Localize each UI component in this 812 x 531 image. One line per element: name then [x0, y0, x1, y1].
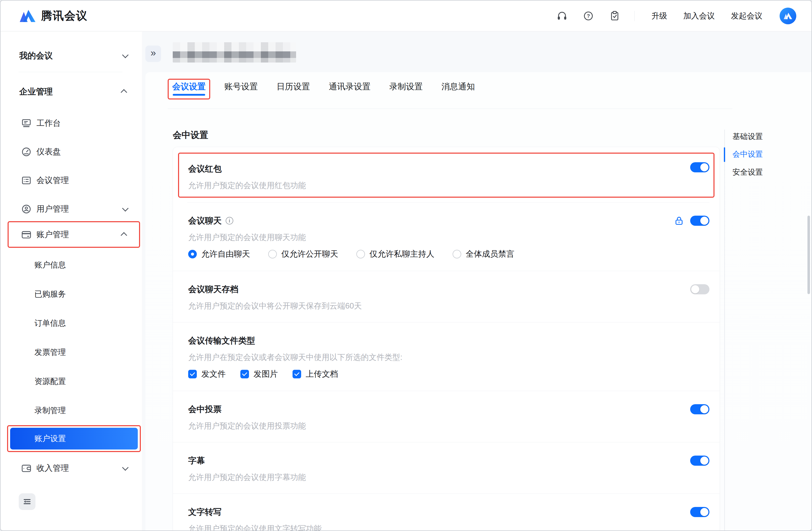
- tab-recording-settings[interactable]: 录制设置: [389, 81, 423, 92]
- sidebar-section-my-meetings[interactable]: 我的会议: [0, 48, 142, 64]
- start-meeting-link[interactable]: 发起会议: [731, 11, 762, 21]
- setting-desc-meeting-chat: 允许用户预定的会议使用聊天功能: [188, 232, 709, 242]
- sidebar-child-resource-config[interactable]: 资源配置: [0, 371, 142, 392]
- user-avatar[interactable]: [780, 8, 796, 24]
- sidebar: 我的会议 企业管理 工作台: [0, 32, 142, 531]
- anchor-security-settings[interactable]: 安全设置: [733, 167, 763, 177]
- anchor-active-indicator: [724, 147, 725, 162]
- sidebar-item-user-management[interactable]: 用户管理: [0, 198, 142, 220]
- settings-card: 会议红包 允许用户预定的会议使用红包功能 会议聊天 i 允许用户预定的会议使用聊…: [173, 147, 720, 531]
- logo-text: 腾讯会议: [41, 8, 88, 23]
- top-header: 腾讯会议 ? 升级 加入会议 发起会议: [0, 0, 812, 31]
- vertical-scrollbar-thumb[interactable]: [808, 216, 810, 294]
- svg-text:?: ?: [587, 13, 590, 19]
- toggle-captions[interactable]: [690, 456, 709, 466]
- setting-desc-chat-archive: 允许用户预定的会议中将公开聊天保存到云端60天: [188, 301, 709, 311]
- setting-row-chat-archive: 会议聊天存档 允许用户预定的会议中将公开聊天保存到云端60天: [173, 271, 720, 322]
- credit-card-icon: [21, 229, 32, 240]
- sidebar-child-purchased-services[interactable]: 已购服务: [0, 284, 142, 304]
- feedback-clipboard-icon[interactable]: [609, 10, 620, 21]
- info-icon[interactable]: i: [226, 217, 233, 224]
- radio-public-chat-only[interactable]: 仅允许公开聊天: [268, 249, 338, 260]
- settings-tabs: 会议设置 账号设置 日历设置 通讯录设置 录制设置 消息通知: [172, 81, 475, 92]
- main-content: » 会议设置 账号设置 日历设置 通讯录设置 录制设置 消息通知 会中设置 会议…: [143, 32, 812, 531]
- tencent-meeting-admin-window: 腾讯会议 ? 升级 加入会议 发起会议: [0, 0, 812, 531]
- setting-title-captions: 字幕: [188, 455, 709, 466]
- sidebar-item-income-management[interactable]: 收入管理: [0, 458, 142, 479]
- sidebar-child-invoice-management[interactable]: 发票管理: [0, 342, 142, 363]
- collapse-sidebar-icon: [22, 497, 32, 507]
- tab-calendar-settings[interactable]: 日历设置: [277, 81, 310, 92]
- checkbox-upload-doc[interactable]: 上传文档: [292, 369, 338, 380]
- radio-unselected-icon: [453, 250, 461, 259]
- radio-unselected-icon: [356, 250, 365, 259]
- upgrade-link[interactable]: 升级: [651, 11, 667, 21]
- users-icon: [21, 204, 32, 215]
- setting-row-file-types: 会议传输文件类型 允许用户在预定会议或者会议聊天中使用以下所选的文件类型: 发文…: [173, 322, 720, 391]
- toggle-meeting-chat[interactable]: [690, 216, 709, 226]
- anchor-inmeeting-settings[interactable]: 会中设置: [733, 149, 763, 159]
- toggle-chat-archive[interactable]: [690, 284, 709, 294]
- org-name-redacted: [173, 42, 296, 62]
- setting-title-chat-archive: 会议聊天存档: [188, 284, 709, 295]
- tab-contacts-settings[interactable]: 通讯录设置: [329, 81, 371, 92]
- sidebar-divider: [19, 72, 122, 72]
- setting-title-transcription: 文字转写: [188, 506, 709, 518]
- chevron-down-icon: [122, 205, 128, 211]
- section-title: 会中设置: [173, 129, 208, 141]
- sidebar-section-enterprise[interactable]: 企业管理: [0, 84, 142, 100]
- chevron-down-icon: [122, 51, 128, 58]
- join-meeting-link[interactable]: 加入会议: [683, 11, 715, 21]
- setting-desc-captions: 允许用户预定的会议使用字幕功能: [188, 472, 709, 483]
- breadcrumb-expand-button[interactable]: »: [145, 46, 161, 62]
- radio-free-chat[interactable]: 允许自由聊天: [188, 249, 250, 260]
- chevron-down-icon: [122, 464, 128, 471]
- dashboard-icon: [21, 146, 32, 158]
- radio-mute-all[interactable]: 全体成员禁言: [453, 249, 514, 260]
- logo-m-icon: [19, 9, 36, 23]
- checkbox-send-file[interactable]: 发文件: [188, 369, 226, 380]
- sidebar-child-order-info[interactable]: 订单信息: [0, 313, 142, 333]
- setting-title-meeting-chat: 会议聊天: [188, 215, 222, 226]
- file-type-checkbox-group: 发文件 发图片 上传文档: [188, 369, 709, 380]
- checkbox-checked-icon: [292, 370, 301, 378]
- setting-desc-transcription: 允许用户预定的会议使用文字转写功能: [188, 523, 709, 531]
- app-logo[interactable]: 腾讯会议: [19, 8, 88, 23]
- help-icon[interactable]: ?: [583, 10, 594, 21]
- setting-row-captions: 字幕 允许用户预定的会议使用字幕功能: [173, 442, 720, 494]
- support-headset-icon[interactable]: [556, 10, 568, 21]
- sidebar-item-account-management[interactable]: 账户管理: [0, 224, 142, 245]
- toggle-meeting-redpacket[interactable]: [690, 162, 709, 172]
- lock-icon: [674, 216, 684, 226]
- active-tab-underline: [173, 94, 205, 96]
- sidebar-item-meeting-management[interactable]: 会议管理: [0, 170, 142, 191]
- setting-desc-poll: 允许用户预定的会议使用投票功能: [188, 421, 709, 431]
- radio-selected-icon: [188, 250, 197, 259]
- tab-meeting-settings[interactable]: 会议设置: [172, 81, 206, 92]
- sidebar-child-account-settings-selected[interactable]: 账户设置: [10, 428, 138, 449]
- anchor-basic-settings[interactable]: 基础设置: [733, 131, 763, 142]
- tab-notification-settings[interactable]: 消息通知: [441, 81, 475, 92]
- checkbox-checked-icon: [188, 370, 197, 378]
- setting-row-poll: 会中投票 允许用户预定的会议使用投票功能: [173, 391, 720, 442]
- annotation-box-meeting-redpacket: 会议红包 允许用户预定的会议使用红包功能: [178, 153, 714, 198]
- setting-row-meeting-chat: 会议聊天 i 允许用户预定的会议使用聊天功能 允许自由聊天 仅允许公开聊天: [173, 203, 720, 271]
- workbench-icon: [21, 118, 32, 129]
- chat-mode-radio-group: 允许自由聊天 仅允许公开聊天 仅允许私聊主持人 全体成员禁言: [188, 249, 709, 260]
- checkbox-send-image[interactable]: 发图片: [240, 369, 278, 380]
- sidebar-item-dashboard[interactable]: 仪表盘: [0, 141, 142, 162]
- meeting-list-icon: [21, 175, 32, 186]
- setting-desc-redpacket: 允许用户预定的会议使用红包功能: [188, 180, 713, 191]
- sidebar-item-workbench[interactable]: 工作台: [0, 113, 142, 134]
- tab-account-settings[interactable]: 账号设置: [224, 81, 258, 92]
- radio-private-host-only[interactable]: 仅允许私聊主持人: [356, 249, 434, 260]
- toggle-transcription[interactable]: [690, 507, 709, 517]
- tabs-divider: [168, 108, 733, 109]
- anchor-nav-rail: [724, 130, 725, 531]
- setting-desc-file-types: 允许用户在预定会议或者会议聊天中使用以下所选的文件类型:: [188, 352, 709, 363]
- sidebar-child-account-info[interactable]: 账户信息: [0, 255, 142, 275]
- toggle-poll[interactable]: [690, 404, 709, 414]
- sidebar-child-recording-management[interactable]: 录制管理: [0, 400, 142, 421]
- setting-title-file-types: 会议传输文件类型: [188, 335, 709, 346]
- sidebar-collapse-button[interactable]: [19, 493, 35, 510]
